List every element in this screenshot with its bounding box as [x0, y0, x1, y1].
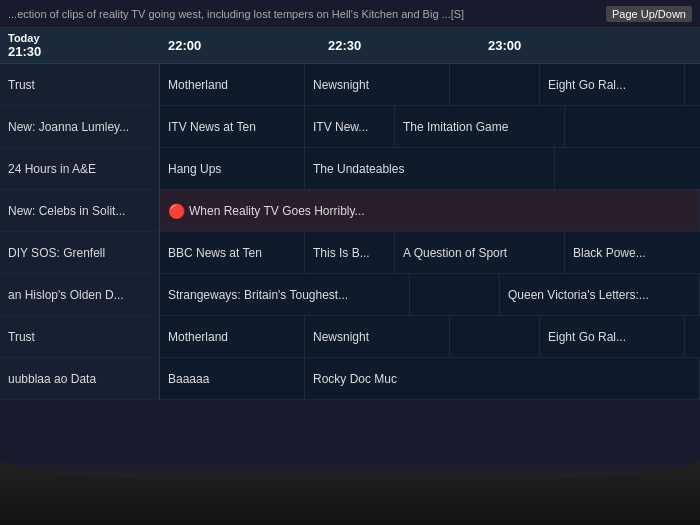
program-item[interactable]: Eight Go Ral... [540, 64, 685, 105]
program-name: Motherland [168, 78, 228, 92]
channel-cell[interactable]: New: Celebs in Solit... [0, 190, 160, 231]
channel-cell[interactable]: DIY SOS: Grenfell [0, 232, 160, 273]
program-icon: 🔴 [168, 203, 185, 219]
program-item[interactable]: BBC News at Ten [160, 232, 305, 273]
program-name: A Question of Sport [403, 246, 507, 260]
bezel-curve [0, 460, 700, 480]
channel-cell[interactable]: Trust [0, 64, 160, 105]
program-name: Hang Ups [168, 162, 221, 176]
channel-cell[interactable]: New: Joanna Lumley... [0, 106, 160, 147]
guide-row: DIY SOS: GrenfellBBC News at TenThis Is … [0, 232, 700, 274]
program-item[interactable]: ITV New... [305, 106, 395, 147]
guide-row: New: Celebs in Solit...🔴When Reality TV … [0, 190, 700, 232]
guide-row: TrustMotherlandNewsnightEight Go Ral... [0, 64, 700, 106]
time-cell-empty [640, 28, 700, 63]
program-item[interactable]: Hang Ups [160, 148, 305, 189]
time-2230: 22:30 [328, 38, 472, 53]
program-name: Baaaaa [168, 372, 209, 386]
program-item[interactable]: Black Powe... [565, 232, 700, 273]
program-name: Eight Go Ral... [548, 78, 626, 92]
program-name: Black Powe... [573, 246, 646, 260]
program-item[interactable] [450, 316, 540, 357]
program-item[interactable] [410, 274, 500, 315]
program-name: Motherland [168, 330, 228, 344]
programs-cell: MotherlandNewsnightEight Go Ral... [160, 64, 700, 105]
program-name: The Undateables [313, 162, 404, 176]
page-control[interactable]: Page Up/Down [606, 6, 692, 22]
programs-cell: BaaaaaRocky Doc Muc [160, 358, 700, 399]
program-item[interactable]: A Question of Sport [395, 232, 565, 273]
guide-row: TrustMotherlandNewsnightEight Go Ral... [0, 316, 700, 358]
time-cell-2230: 22:30 [320, 28, 480, 63]
tv-bezel [0, 460, 700, 525]
program-name: BBC News at Ten [168, 246, 262, 260]
time-cell-2200: 22:00 [160, 28, 320, 63]
today-label: Today [8, 32, 152, 44]
program-item[interactable]: Motherland [160, 64, 305, 105]
program-item[interactable]: ITV News at Ten [160, 106, 305, 147]
guide-row: New: Joanna Lumley...ITV News at TenITV … [0, 106, 700, 148]
programs-cell: Hang UpsThe Undateables [160, 148, 700, 189]
program-name: This Is B... [313, 246, 370, 260]
program-item[interactable]: Strangeways: Britain's Toughest... [160, 274, 410, 315]
program-item[interactable]: This Is B... [305, 232, 395, 273]
time-2200: 22:00 [168, 38, 312, 53]
programs-cell: ITV News at TenITV New...The Imitation G… [160, 106, 700, 147]
time-2130: 21:30 [8, 44, 152, 59]
channel-cell[interactable]: 24 Hours in A&E [0, 148, 160, 189]
channel-cell[interactable]: Trust [0, 316, 160, 357]
banner-text: ...ection of clips of reality TV going w… [8, 8, 464, 20]
tv-screen: ...ection of clips of reality TV going w… [0, 0, 700, 460]
time-header: Today 21:30 22:00 22:30 23:00 [0, 28, 700, 64]
program-item[interactable]: The Undateables [305, 148, 555, 189]
programs-cell: MotherlandNewsnightEight Go Ral... [160, 316, 700, 357]
guide-container: TrustMotherlandNewsnightEight Go Ral...N… [0, 64, 700, 400]
guide-row: 24 Hours in A&EHang UpsThe Undateables [0, 148, 700, 190]
program-item[interactable]: Newsnight [305, 316, 450, 357]
guide-row: uubblaa ao DataBaaaaaRocky Doc Muc [0, 358, 700, 400]
program-item[interactable]: The Imitation Game [395, 106, 565, 147]
program-item[interactable]: Queen Victoria's Letters:... [500, 274, 700, 315]
program-item[interactable]: Motherland [160, 316, 305, 357]
today-label-cell: Today 21:30 [0, 28, 160, 63]
program-name: Newsnight [313, 78, 369, 92]
program-name: Strangeways: Britain's Toughest... [168, 288, 348, 302]
program-item[interactable]: 🔴When Reality TV Goes Horribly... [160, 190, 700, 231]
program-item[interactable] [450, 64, 540, 105]
program-name: The Imitation Game [403, 120, 508, 134]
guide-row: an Hislop's Olden D...Strangeways: Brita… [0, 274, 700, 316]
program-item[interactable]: Newsnight [305, 64, 450, 105]
program-item[interactable]: Baaaaa [160, 358, 305, 399]
channel-cell[interactable]: an Hislop's Olden D... [0, 274, 160, 315]
programs-cell: 🔴When Reality TV Goes Horribly... [160, 190, 700, 231]
program-name: Eight Go Ral... [548, 330, 626, 344]
program-item[interactable]: Eight Go Ral... [540, 316, 685, 357]
programs-cell: BBC News at TenThis Is B...A Question of… [160, 232, 700, 273]
program-name: When Reality TV Goes Horribly... [189, 204, 365, 218]
program-name: Queen Victoria's Letters:... [508, 288, 649, 302]
program-name: ITV News at Ten [168, 120, 256, 134]
program-item[interactable]: Rocky Doc Muc [305, 358, 700, 399]
program-name: Rocky Doc Muc [313, 372, 397, 386]
time-cell-2300: 23:00 [480, 28, 640, 63]
program-name: ITV New... [313, 120, 368, 134]
programs-cell: Strangeways: Britain's Toughest...Queen … [160, 274, 700, 315]
time-2300: 23:00 [488, 38, 632, 53]
channel-cell[interactable]: uubblaa ao Data [0, 358, 160, 399]
top-banner: ...ection of clips of reality TV going w… [0, 0, 700, 28]
program-name: Newsnight [313, 330, 369, 344]
